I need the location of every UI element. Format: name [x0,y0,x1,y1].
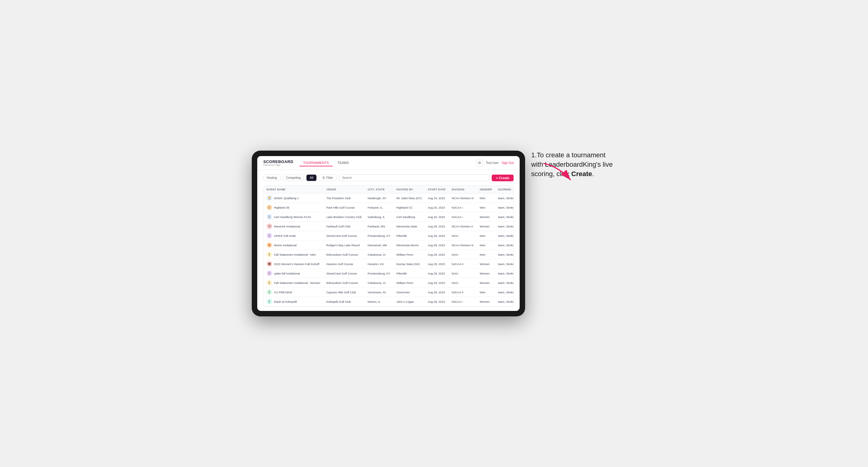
cell-venue: Edmundson Golf Course [323,278,365,287]
table-row: 🦊 Morris Invitational Ruttger's Bay Lake… [264,241,514,250]
column-header: HOSTED BY [393,186,425,193]
cell-hosted: Highland CC [393,203,425,212]
cell-scoring: team, Stroke Play [495,250,514,259]
cell-date: Aug 28, 2023 [425,297,448,306]
cell-date: Aug 28, 2023 [425,222,448,231]
table-row: 🏌 Fall Statesmen Invitational - Men Edmu… [264,250,514,259]
cell-division: NAIA [448,278,476,287]
table-row: 🏌 Klash at Kokopelli Kokopelli Golf Club… [264,297,514,306]
cell-scoring: team, Stroke Play [495,203,514,212]
cell-division: NAIA [448,250,476,259]
sign-out-link[interactable]: Sign Out [502,161,514,164]
column-header: START DATE [425,186,448,193]
cell-city: Prestonsburg, KY [365,269,393,278]
cell-gender: Women [476,222,495,231]
cell-city: Prestonsburg, KY [365,231,393,241]
cell-date: Aug 28, 2023 [425,287,448,297]
event-name-cell: 🏌 upike fall invitational [264,269,323,278]
table-row: 🏌 Carl Sandburg Women FA23 Lake Bracken … [264,212,514,222]
event-name-cell: 🏌 Fall Statesmen Invitational - Men [264,250,323,259]
event-name: Morris Invitational [274,244,297,247]
table-container: EVENT NAMEVENUECITY, STATEHOSTED BYSTART… [263,186,514,307]
event-name: Fall Statesmen Invitational - Men [274,253,316,256]
event-name-cell: 🏌 UPIKE Fall Invite [264,231,323,241]
event-name-cell: 🏌 Carl Sandburg Women FA23 [264,212,323,222]
annotation: 1.To create a tournament with Leaderboar… [531,151,616,179]
gear-icon[interactable]: ⚙ [476,160,483,166]
cell-city: Deerwood, MN [365,241,393,250]
cell-hosted: Pikeville [393,269,425,278]
cell-hosted: Minnesota State [393,222,425,231]
cell-venue: StoneCrest Golf Course [323,231,365,241]
cell-venue: Park Hills Golf Course [323,203,365,212]
cell-venue: Edmundson Golf Course [323,250,365,259]
cell-venue: Lake Bracken Country Club [323,212,365,222]
cell-division: NAIA [448,231,476,241]
cell-city: Marion, IL [365,297,393,306]
hosting-filter-button[interactable]: Hosting [263,175,280,181]
table-row: 🐻 2023 Women's Hesston Fall Kickoff Hess… [264,259,514,269]
competing-filter-button[interactable]: Competing [283,175,304,181]
column-header: DIVISION [448,186,476,193]
tab-teams[interactable]: TEAMS [334,160,352,166]
column-header: GENDER [476,186,495,193]
tablet-frame: SCOREBOARD Powered by Clippr TOURNAMENTS… [252,151,525,316]
event-icon: 🏆 [267,195,272,201]
table-row: 🏌 VU PREVIEW Cypress Hills Golf ClubVinc… [264,287,514,297]
event-icon: 🏌 [267,271,272,276]
nav-bar: SCOREBOARD Powered by Clippr TOURNAMENTS… [257,156,520,170]
create-button[interactable]: + Create [492,175,514,181]
cell-date: Aug 24, 2023 [425,193,448,203]
cell-hosted: Murray State (OK) [393,259,425,269]
cell-venue: Cypress Hills Golf Club [323,287,365,297]
cell-hosted: Minnesota-Morris [393,241,425,250]
event-icon: 🏌 [267,205,272,210]
cell-division: NCAA Division II [448,222,476,231]
search-input[interactable] [339,174,490,181]
event-name-cell: 🏌 Highland 36 [264,203,323,212]
cell-gender: Women [476,278,495,287]
cell-date: Aug 26, 2023 [425,212,448,222]
cell-division: NCAA Division III [448,241,476,250]
event-name: Fall Statesmen Invitational - Women [274,281,320,284]
cell-venue: StoneCrest Golf Course [323,269,365,278]
cell-gender: Women [476,212,495,222]
table-row: 🏌 upike fall invitational StoneCrest Gol… [264,269,514,278]
filter-icon-button[interactable]: ☰ Filter [319,175,336,181]
cell-division: NJCAA II [448,287,476,297]
event-name-cell: 🏌 Klash at Kokopelli [264,297,323,306]
cell-division: NJCAA I [448,297,476,306]
red-arrow-icon [540,160,577,185]
event-name-cell: 🦊 Morris Invitational [264,241,323,250]
cell-city: Hesston, KS [365,259,393,269]
event-name: Klash at Kokopelli [274,300,297,303]
cell-city: Newburgh, NY [365,193,393,203]
event-name: Highland 36 [274,206,289,209]
tab-tournaments[interactable]: TOURNAMENTS [300,160,333,166]
all-filter-button[interactable]: All [306,175,316,181]
tablet-screen: SCOREBOARD Powered by Clippr TOURNAMENTS… [257,156,520,311]
content-area: Hosting Competing All ☰ Filter + Create [257,170,520,311]
event-name: Carl Sandburg Women FA23 [274,215,311,219]
event-name: Maverick Invitational [274,225,300,228]
cell-date: Aug 25, 2023 [425,203,448,212]
column-header: VENUE [323,186,365,193]
event-name-cell: 🐻 2023 Women's Hesston Fall Kickoff [264,259,323,269]
event-name-wrapper: 🏌 Fall Statesmen Invitational - Women [267,280,320,285]
event-icon: 🐄 [267,223,272,229]
nav-right: ⚙ Test User Sign Out [476,160,514,166]
table-header-row: EVENT NAMEVENUECITY, STATEHOSTED BYSTART… [264,186,514,193]
event-name-cell: 🏆 MSMC Qualifying 1 [264,193,323,203]
logo-sub: Powered by Clippr [263,164,293,166]
cell-hosted: William Penn [393,278,425,287]
cell-date: Aug 28, 2023 [425,241,448,250]
cell-hosted: William Penn [393,250,425,259]
cell-venue: Ruttger's Bay Lake Resort [323,241,365,250]
cell-gender: Men [476,203,495,212]
event-icon: 🏌 [267,252,272,257]
cell-scoring: team, Stroke Play [495,222,514,231]
event-icon: 🏌 [267,214,272,220]
cell-date: Aug 28, 2023 [425,259,448,269]
cell-hosted: Pikeville [393,231,425,241]
cell-venue: Faribault Golf Club [323,222,365,231]
